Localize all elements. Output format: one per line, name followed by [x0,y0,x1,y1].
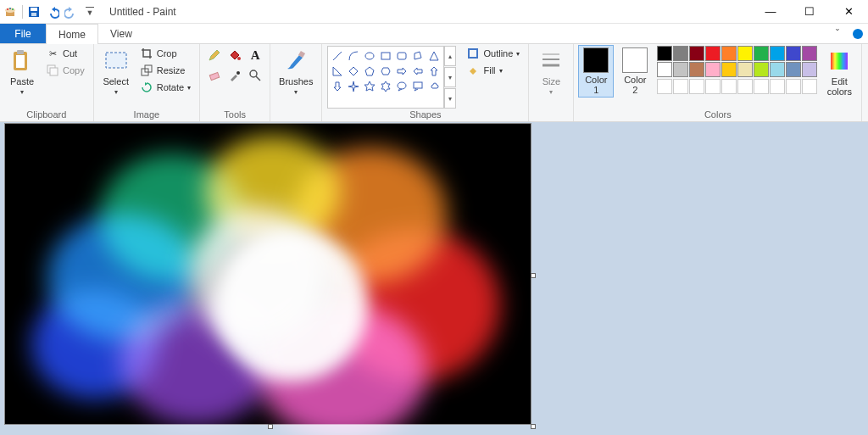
shape-callout-round[interactable] [394,79,409,93]
save-icon[interactable] [26,4,42,20]
select-button[interactable]: Select ▾ [99,46,133,98]
resize-icon [140,64,153,77]
help-icon[interactable] [848,24,868,43]
color1-button[interactable]: Color 1 [579,46,613,97]
collapse-ribbon-icon[interactable]: ˇ [827,24,848,43]
shape-line[interactable] [330,48,345,63]
shape-arrow-left[interactable] [410,64,426,78]
magnifier-tool[interactable] [246,66,264,85]
palette-swatch[interactable] [673,62,688,77]
shape-star6[interactable] [378,79,393,93]
svg-point-23 [365,53,374,59]
tab-view[interactable]: View [98,24,145,43]
palette-swatch-empty[interactable] [802,79,817,94]
palette-swatch-empty[interactable] [689,79,704,94]
shape-polygon[interactable] [410,48,426,63]
svg-point-35 [398,82,406,89]
brushes-button[interactable]: Brushes ▾ [275,46,316,98]
palette-swatch-empty[interactable] [754,79,769,94]
shape-curve[interactable] [346,48,361,63]
palette-swatch-empty[interactable] [673,79,688,94]
resize-handle-right[interactable] [531,273,536,278]
svg-point-16 [237,57,241,60]
palette-swatch-empty[interactable] [657,79,672,94]
group-colors: Color 1 Color 2 Edit colors Colors [574,44,862,121]
crop-button[interactable]: Crop [136,46,194,61]
color-picker-tool[interactable] [225,66,244,85]
undo-icon[interactable] [45,4,60,20]
shapes-scroll-up[interactable]: ▴ [444,46,456,66]
tab-home[interactable]: Home [46,24,98,44]
shape-arrow-up[interactable] [426,64,442,78]
copy-button[interactable]: Copy [42,63,88,78]
shape-right-triangle[interactable] [330,64,345,78]
redo-icon[interactable] [64,4,79,20]
cut-button[interactable]: ✂ Cut [42,46,88,61]
rotate-button[interactable]: Rotate ▾ [136,80,194,95]
fill-tool[interactable] [225,46,244,64]
shape-rect[interactable] [378,48,393,63]
shapes-gallery[interactable] [327,46,444,109]
shape-diamond[interactable] [346,64,361,78]
palette-swatch[interactable] [657,46,672,61]
shape-pentagon[interactable] [362,64,377,78]
shape-star4[interactable] [346,79,361,93]
palette-swatch[interactable] [705,46,721,61]
palette-swatch[interactable] [689,62,704,77]
close-button[interactable]: ✕ [829,0,868,24]
palette-swatch-empty[interactable] [721,79,737,94]
edit-colors-button[interactable]: Edit colors [822,46,856,98]
eraser-tool[interactable] [205,66,224,85]
palette-swatch[interactable] [657,62,672,77]
shape-hexagon[interactable] [378,64,393,78]
shape-outline-button[interactable]: Outline ▾ [463,46,523,61]
shape-arrow-down[interactable] [330,79,345,93]
shape-callout-rect[interactable] [410,79,426,93]
palette-swatch-empty[interactable] [737,79,753,94]
shape-callout-cloud[interactable] [426,79,442,93]
maximize-button[interactable]: ☐ [790,0,829,24]
palette-swatch-empty[interactable] [786,79,801,94]
palette-swatch[interactable] [754,62,769,77]
shapes-expand[interactable]: ▾ [444,88,456,109]
qat-customize-icon[interactable]: ▼ [82,4,97,20]
minimize-button[interactable]: ― [751,0,790,24]
palette-swatch-empty[interactable] [770,79,785,94]
text-tool[interactable]: A [246,46,264,64]
palette-swatch[interactable] [802,62,817,77]
palette-swatch[interactable] [770,62,785,77]
shape-fill-button[interactable]: Fill ▾ [463,63,523,78]
svg-rect-36 [414,82,422,88]
tab-file[interactable]: File [0,24,46,43]
canvas-area[interactable] [0,122,868,435]
palette-swatch[interactable] [673,46,688,61]
resize-button[interactable]: Resize [136,63,194,78]
shapes-scroll-down[interactable]: ▾ [444,67,456,87]
palette-swatch[interactable] [737,62,753,77]
resize-handle-bottom[interactable] [268,424,273,429]
svg-marker-26 [415,52,421,59]
pencil-tool[interactable] [205,46,224,64]
size-button[interactable]: Size ▾ [534,46,568,98]
shape-oval[interactable] [362,48,377,63]
palette-swatch[interactable] [786,62,801,77]
palette-swatch[interactable] [689,46,704,61]
paste-button[interactable]: Paste ▾ [5,46,39,98]
palette-swatch[interactable] [802,46,817,61]
shape-roundrect[interactable] [394,48,409,63]
shape-triangle[interactable] [426,48,442,63]
palette-swatch[interactable] [721,46,737,61]
palette-swatch-empty[interactable] [705,79,721,94]
canvas[interactable] [5,124,531,424]
palette-swatch[interactable] [770,46,785,61]
color2-well [622,47,648,73]
shape-arrow-right[interactable] [394,64,409,78]
palette-swatch[interactable] [737,46,753,61]
color2-button[interactable]: Color 2 [618,46,652,97]
shape-star5[interactable] [362,79,377,93]
resize-handle-corner[interactable] [531,424,536,429]
palette-swatch[interactable] [705,62,721,77]
palette-swatch[interactable] [786,46,801,61]
palette-swatch[interactable] [754,46,769,61]
palette-swatch[interactable] [721,62,737,77]
